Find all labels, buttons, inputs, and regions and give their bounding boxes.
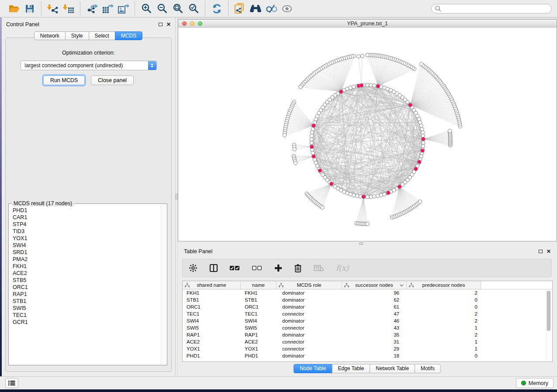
table-scrollbar[interactable] bbox=[546, 290, 551, 361]
mcds-result-item[interactable]: SWI4 bbox=[13, 242, 167, 249]
column-header-mcds-role[interactable]: MCDS role bbox=[277, 281, 342, 289]
mcds-result-item[interactable]: PHD1 bbox=[13, 207, 167, 214]
table-row[interactable]: RAP1 RAP1 dominator 35 2 bbox=[183, 331, 552, 338]
shared-column-icon bbox=[185, 283, 190, 288]
table-row[interactable]: ACE2 ACE2 connector 31 1 bbox=[183, 338, 552, 345]
shared-column-icon bbox=[344, 283, 349, 288]
mcds-result-item[interactable]: ORC1 bbox=[13, 284, 167, 291]
show-details-icon[interactable] bbox=[279, 2, 295, 16]
tab-edge-table[interactable]: Edge Table bbox=[332, 364, 370, 373]
mcds-result-item[interactable]: TEC1 bbox=[13, 312, 167, 319]
table-row[interactable]: PHD1 PHD1 dominator 18 0 bbox=[183, 352, 552, 359]
import-network-icon[interactable] bbox=[45, 2, 61, 16]
close-panel-icon[interactable]: ✕ bbox=[547, 249, 551, 254]
table-row[interactable]: ORC1 ORC1 dominator 61 0 bbox=[183, 303, 552, 310]
tab-mcds[interactable]: MCDS bbox=[115, 31, 142, 40]
network-desktop: YPA_prune.txt_1 Table Panel ✕ bbox=[178, 17, 557, 376]
mcds-result-item[interactable]: RAP1 bbox=[13, 291, 167, 298]
shared-column-icon bbox=[409, 283, 414, 288]
network-window: YPA_prune.txt_1 bbox=[178, 19, 557, 241]
import-table-icon[interactable] bbox=[61, 2, 76, 16]
tab-motifs[interactable]: Motifs bbox=[415, 364, 441, 373]
zoom-in-icon[interactable] bbox=[138, 2, 154, 16]
table-header: shared name name MCDS role successor nod… bbox=[183, 281, 552, 289]
tab-select[interactable]: Select bbox=[89, 31, 115, 40]
mcds-result-item[interactable]: GCR1 bbox=[13, 319, 167, 326]
tab-style[interactable]: Style bbox=[65, 31, 89, 40]
column-header-name[interactable]: name bbox=[241, 281, 277, 289]
delete-column-icon[interactable] bbox=[294, 261, 302, 275]
mcds-result-item[interactable]: TID3 bbox=[13, 228, 167, 235]
close-panel-icon[interactable]: ✕ bbox=[166, 22, 171, 27]
mcds-result-item[interactable]: PMA2 bbox=[13, 256, 167, 263]
column-header-shared-name[interactable]: shared name bbox=[183, 281, 241, 289]
memory-button[interactable]: Memory bbox=[516, 378, 554, 388]
zoom-fit-icon[interactable] bbox=[170, 2, 186, 16]
network-window-titlebar[interactable]: YPA_prune.txt_1 bbox=[178, 20, 557, 28]
splitter-handle[interactable] bbox=[359, 242, 363, 245]
search-input[interactable] bbox=[442, 5, 551, 13]
export-network-icon[interactable] bbox=[84, 2, 100, 16]
scrollbar-thumb[interactable] bbox=[547, 291, 550, 331]
table-row[interactable]: SWI5 SWI5 connector 43 1 bbox=[183, 324, 552, 331]
close-panel-button[interactable]: Close panel bbox=[91, 76, 134, 85]
column-header-predecessor-nodes[interactable]: predecessor nodes bbox=[407, 281, 481, 289]
minimize-window-icon[interactable] bbox=[190, 21, 194, 26]
maximize-window-icon[interactable] bbox=[198, 21, 202, 26]
hide-details-icon[interactable] bbox=[263, 2, 279, 16]
network-canvas[interactable] bbox=[178, 28, 557, 241]
mcds-result-item[interactable]: YOX1 bbox=[13, 235, 167, 242]
close-window-icon[interactable] bbox=[182, 21, 187, 26]
mcds-result-item[interactable]: STP4 bbox=[13, 221, 167, 228]
search-icon bbox=[435, 5, 442, 12]
table-row[interactable]: TEC1 TEC1 connector 47 2 bbox=[183, 310, 552, 317]
export-image-icon[interactable] bbox=[115, 2, 131, 16]
horizontal-splitter[interactable] bbox=[178, 241, 557, 246]
save-session-icon[interactable] bbox=[22, 2, 38, 16]
table-row[interactable]: YOX1 YOX1 connector 29 1 bbox=[183, 345, 552, 352]
search-box[interactable] bbox=[431, 4, 552, 14]
refresh-icon[interactable] bbox=[209, 2, 225, 16]
export-table-icon[interactable] bbox=[100, 2, 115, 16]
open-session-icon[interactable] bbox=[6, 2, 22, 16]
mcds-result-item[interactable]: SRD1 bbox=[13, 249, 167, 256]
table-row[interactable]: SWI4 SWI4 dominator 46 2 bbox=[183, 317, 552, 324]
split-column-icon[interactable] bbox=[209, 261, 218, 275]
float-panel-icon[interactable] bbox=[539, 250, 543, 253]
mcds-result-item[interactable]: STB5 bbox=[13, 277, 167, 284]
table-row[interactable]: FKH1 FKH1 dominator 96 2 bbox=[183, 289, 552, 296]
mcds-result-item[interactable]: STB1 bbox=[13, 298, 167, 305]
deselect-all-icon[interactable] bbox=[252, 261, 263, 275]
node-table: shared name name MCDS role successor nod… bbox=[182, 281, 553, 362]
select-all-icon[interactable] bbox=[230, 261, 240, 275]
first-neighbors-icon[interactable] bbox=[248, 2, 263, 16]
header-filler bbox=[481, 281, 552, 289]
zoom-selected-icon[interactable] bbox=[186, 2, 201, 16]
control-panel-tabs: Network Style Select MCDS bbox=[2, 31, 175, 40]
column-header-successor-nodes[interactable]: successor nodes bbox=[342, 281, 407, 289]
mcds-result-item[interactable]: FKH1 bbox=[13, 263, 167, 270]
mcds-result-title: MCDS result (17 nodes) bbox=[12, 200, 74, 206]
gear-icon[interactable] bbox=[189, 261, 197, 275]
tab-network-table[interactable]: Network Table bbox=[370, 364, 415, 373]
mcds-result-item[interactable]: SWI5 bbox=[13, 305, 167, 312]
network-graph bbox=[178, 28, 557, 241]
mcds-result-item[interactable]: ACE2 bbox=[13, 270, 167, 277]
delete-table-icon bbox=[314, 261, 324, 275]
memory-status-icon bbox=[521, 381, 526, 385]
task-history-button[interactable] bbox=[5, 378, 18, 388]
float-panel-icon[interactable] bbox=[159, 23, 163, 26]
result-scrollbar[interactable] bbox=[161, 204, 166, 364]
zoom-out-icon[interactable] bbox=[154, 2, 170, 16]
toolbar-separator bbox=[41, 2, 42, 16]
tab-node-table[interactable]: Node Table bbox=[294, 364, 332, 373]
tab-network[interactable]: Network bbox=[34, 31, 66, 40]
table-row[interactable]: STB1 STB1 dominator 62 0 bbox=[183, 296, 552, 303]
run-mcds-button[interactable]: Run MCDS bbox=[43, 76, 85, 85]
optimization-criterion-select[interactable]: largest connected component (undirected) bbox=[21, 61, 157, 70]
add-column-icon[interactable] bbox=[274, 261, 282, 275]
task-list-icon bbox=[8, 380, 15, 386]
new-network-from-selection-icon[interactable] bbox=[232, 2, 248, 16]
table-body: FKH1 FKH1 dominator 96 2 STB1 STB1 domin… bbox=[183, 289, 552, 359]
mcds-result-item[interactable]: CAR1 bbox=[13, 214, 167, 221]
